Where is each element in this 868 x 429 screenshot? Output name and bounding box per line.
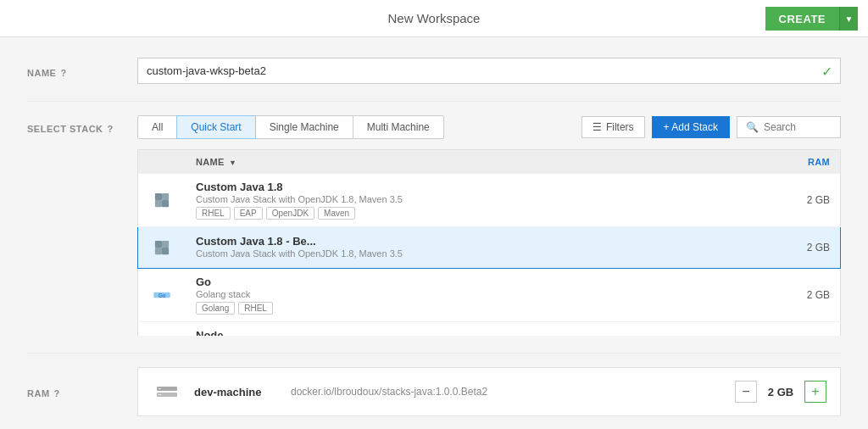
name-label: NAME ? [27, 64, 137, 78]
ram-increase-button[interactable]: + [804, 381, 826, 403]
name-help-icon[interactable]: ? [60, 68, 66, 78]
table-header-row: NAME ▼ RAM [138, 150, 841, 175]
stack-section: SELECT STACK ? All Quick Start Single Ma… [27, 115, 841, 336]
ram-help-icon[interactable]: ? [54, 388, 60, 398]
sort-icon: ▼ [229, 159, 236, 167]
stack-icon-cell: Go [138, 269, 186, 322]
stack-title: Custom Java 1.8 [196, 181, 730, 193]
svg-rect-2 [155, 200, 162, 207]
stack-tags: RHELEAPOpenJDKMaven [196, 207, 730, 220]
stack-tag: RHEL [196, 207, 231, 220]
stack-table-wrap: NAME ▼ RAM Custom Java 1.8 Custom Java S… [137, 149, 841, 336]
filter-label: Filters [606, 121, 634, 133]
stack-name-cell: Node Stack with NodeJS 8x NPMNodeJSRHEL [186, 322, 740, 337]
stack-desc: Custom Java Stack with OpenJDK 1.8, Mave… [196, 194, 730, 204]
section-divider [27, 101, 841, 102]
ram-section: RAM ? dev-machine docker.io/lbroudoux/st… [27, 367, 841, 416]
stack-ram: 2 GB [740, 322, 840, 337]
stack-name-cell: Go Golang stack GolangRHEL [186, 269, 740, 322]
stack-ram: 2 GB [740, 269, 840, 322]
stack-icon-cell [138, 174, 186, 227]
add-stack-button[interactable]: + Add Stack [652, 116, 730, 138]
search-input[interactable] [764, 121, 832, 133]
stack-title: Go [196, 276, 730, 288]
svg-rect-7 [162, 248, 169, 254]
stack-icon: Go [148, 281, 175, 309]
stack-name-cell: Custom Java 1.8 Custom Java Stack with O… [186, 174, 740, 227]
stack-icon [148, 335, 175, 336]
ram-controls: − 2 GB + [735, 381, 826, 403]
svg-rect-0 [155, 193, 162, 200]
stack-desc: Golang stack [196, 289, 730, 299]
create-dropdown-button[interactable]: ▼ [839, 7, 858, 31]
search-icon: 🔍 [746, 121, 759, 133]
stack-name-cell: Custom Java 1.8 - Be... Custom Java Stac… [186, 227, 740, 269]
machine-icon [152, 376, 182, 407]
col-icon [138, 150, 186, 175]
tab-all[interactable]: All [137, 115, 177, 139]
stack-header-row: SELECT STACK ? All Quick Start Single Ma… [27, 115, 841, 139]
ram-value: 2 GB [764, 386, 798, 398]
name-input-wrap: ✓ [137, 58, 841, 84]
stack-tag: RHEL [238, 302, 273, 315]
svg-rect-3 [162, 200, 169, 207]
search-box: 🔍 [737, 116, 841, 138]
main-content: NAME ? ✓ SELECT STACK ? All Quick Start … [0, 37, 868, 429]
svg-rect-6 [155, 248, 162, 254]
svg-rect-4 [155, 241, 162, 248]
stack-tag: OpenJDK [266, 207, 314, 220]
stack-info: Go Golang stack GolangRHEL [196, 276, 730, 315]
section-divider-2 [27, 353, 841, 354]
machine-name: dev-machine [194, 386, 279, 398]
name-input-section: ✓ [137, 58, 841, 84]
stack-ram: 2 GB [740, 227, 840, 269]
stack-desc: Custom Java Stack with OpenJDK 1.8, Mave… [196, 248, 730, 259]
svg-rect-1 [162, 193, 169, 200]
stack-title: Custom Java 1.8 - Be... [196, 235, 730, 248]
table-row[interactable]: Custom Java 1.8 - Be... Custom Java Stac… [138, 227, 841, 269]
stack-tag: EAP [234, 207, 263, 220]
ram-decrease-button[interactable]: − [735, 381, 757, 403]
svg-text:Go: Go [159, 292, 166, 298]
tab-quickstart[interactable]: Quick Start [176, 115, 255, 139]
table-row[interactable]: Custom Java 1.8 Custom Java Stack with O… [138, 174, 841, 227]
stack-info: Custom Java 1.8 - Be... Custom Java Stac… [196, 235, 730, 261]
svg-rect-5 [162, 241, 169, 248]
stack-icon [148, 234, 175, 261]
stack-icon-cell [138, 227, 186, 269]
filter-icon: ☰ [593, 121, 602, 133]
stack-tag: Golang [196, 302, 235, 315]
header: New Workspace CREATE ▼ [0, 0, 868, 37]
svg-rect-17 [159, 388, 161, 389]
stack-icon [148, 187, 175, 214]
stack-label: SELECT STACK ? [27, 120, 137, 134]
docker-url: docker.io/lbroudoux/stacks-java:1.0.0.Be… [291, 386, 723, 398]
table-row[interactable]: Go Go Golang stack GolangRHEL 2 GB [138, 269, 841, 322]
tab-multi-machine[interactable]: Multi Machine [353, 115, 444, 139]
create-button-group: CREATE ▼ [765, 7, 858, 31]
name-section: NAME ? ✓ [27, 58, 841, 84]
stack-table-scroll[interactable]: NAME ▼ RAM Custom Java 1.8 Custom Java S… [137, 149, 841, 336]
stack-icon-cell [138, 322, 186, 337]
name-valid-icon: ✓ [821, 63, 832, 79]
stack-info: Custom Java 1.8 Custom Java Stack with O… [196, 181, 730, 220]
col-name-header: NAME ▼ [186, 150, 740, 175]
svg-rect-18 [159, 394, 161, 395]
tab-single-machine[interactable]: Single Machine [255, 115, 353, 139]
stack-tags: GolangRHEL [196, 302, 730, 315]
page-title: New Workspace [388, 11, 481, 25]
ram-content: dev-machine docker.io/lbroudoux/stacks-j… [137, 367, 841, 416]
table-row[interactable]: Node Stack with NodeJS 8x NPMNodeJSRHEL … [138, 322, 841, 337]
stack-ram: 2 GB [740, 174, 840, 227]
ram-label: RAM ? [27, 385, 137, 398]
filter-button[interactable]: ☰ Filters [581, 116, 645, 138]
stack-toolbar: ☰ Filters + Add Stack 🔍 [581, 116, 841, 138]
stack-tag: Maven [318, 207, 355, 220]
name-input[interactable] [137, 58, 841, 84]
stack-tabs: All Quick Start Single Machine Multi Mac… [137, 115, 581, 139]
create-button[interactable]: CREATE [765, 7, 839, 31]
col-ram-header: RAM [740, 150, 840, 175]
stack-table: NAME ▼ RAM Custom Java 1.8 Custom Java S… [137, 149, 841, 336]
stack-help-icon[interactable]: ? [108, 124, 114, 134]
stack-info: Node Stack with NodeJS 8x NPMNodeJSRHEL [196, 329, 730, 336]
